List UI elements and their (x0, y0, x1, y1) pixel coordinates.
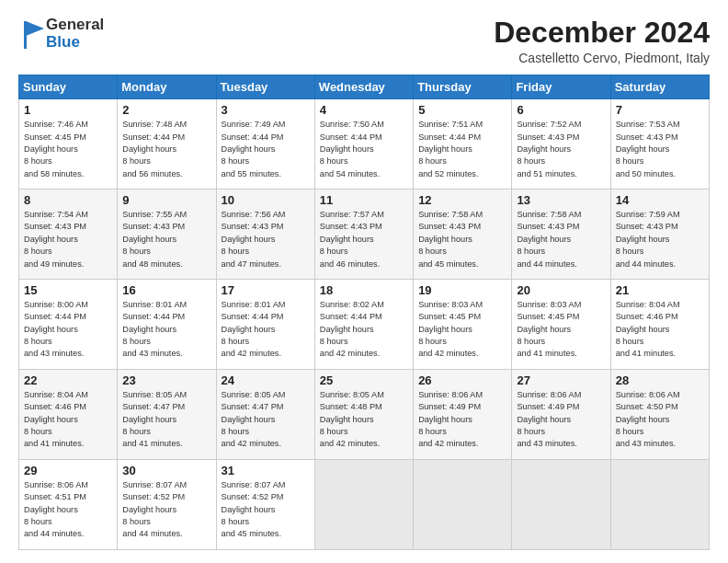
cell-info: Sunrise: 8:05 AMSunset: 4:48 PMDaylight … (320, 390, 384, 448)
page: General Blue December 2024 Castelletto C… (0, 0, 728, 563)
day-number: 23 (122, 373, 210, 387)
day-number: 19 (418, 283, 506, 297)
title-block: December 2024 Castelletto Cervo, Piedmon… (494, 17, 710, 65)
day-number: 10 (222, 193, 310, 207)
day-number: 11 (320, 193, 408, 207)
cell-info: Sunrise: 7:53 AMSunset: 4:43 PMDaylight … (616, 120, 680, 178)
calendar-cell: 13 Sunrise: 7:58 AMSunset: 4:43 PMDaylig… (512, 190, 610, 280)
calendar-cell: 31 Sunrise: 8:07 AMSunset: 4:52 PMDaylig… (216, 460, 314, 550)
cell-info: Sunrise: 7:58 AMSunset: 4:43 PMDaylight … (517, 210, 581, 268)
cell-info: Sunrise: 8:05 AMSunset: 4:47 PMDaylight … (122, 390, 187, 448)
cell-info: Sunrise: 7:58 AMSunset: 4:43 PMDaylight … (418, 210, 483, 268)
cell-info: Sunrise: 8:03 AMSunset: 4:45 PMDaylight … (418, 300, 483, 358)
cell-info: Sunrise: 7:52 AMSunset: 4:43 PMDaylight … (517, 120, 581, 178)
day-number: 3 (222, 103, 310, 117)
day-number: 25 (320, 373, 408, 387)
day-number: 13 (517, 193, 605, 207)
calendar-cell: 9 Sunrise: 7:55 AMSunset: 4:43 PMDayligh… (118, 190, 216, 280)
calendar-cell: 27 Sunrise: 8:06 AMSunset: 4:49 PMDaylig… (512, 370, 610, 460)
svg-rect-1 (24, 21, 27, 49)
week-row-4: 22 Sunrise: 8:04 AMSunset: 4:46 PMDaylig… (19, 370, 710, 460)
cell-info: Sunrise: 8:02 AMSunset: 4:44 PMDaylight … (320, 300, 384, 358)
calendar-cell: 15 Sunrise: 8:00 AMSunset: 4:44 PMDaylig… (19, 280, 118, 370)
month-title: December 2024 (494, 17, 710, 49)
header-sunday: Sunday (19, 75, 118, 99)
week-row-1: 1 Sunrise: 7:46 AMSunset: 4:45 PMDayligh… (19, 99, 710, 190)
cell-info: Sunrise: 7:46 AMSunset: 4:45 PMDaylight … (24, 120, 88, 178)
cell-info: Sunrise: 8:03 AMSunset: 4:45 PMDaylight … (517, 300, 581, 358)
day-number: 18 (320, 283, 408, 297)
location: Castelletto Cervo, Piedmont, Italy (494, 51, 710, 65)
week-row-5: 29 Sunrise: 8:06 AMSunset: 4:51 PMDaylig… (19, 460, 710, 550)
calendar-cell: 25 Sunrise: 8:05 AMSunset: 4:48 PMDaylig… (314, 370, 413, 460)
cell-info: Sunrise: 8:06 AMSunset: 4:49 PMDaylight … (418, 390, 483, 448)
day-number: 20 (517, 283, 605, 297)
calendar-cell: 14 Sunrise: 7:59 AMSunset: 4:43 PMDaylig… (610, 190, 709, 280)
header: General Blue December 2024 Castelletto C… (18, 17, 710, 65)
calendar-body: 1 Sunrise: 7:46 AMSunset: 4:45 PMDayligh… (19, 99, 710, 550)
day-number: 27 (517, 373, 605, 387)
day-number: 5 (418, 103, 506, 117)
cell-info: Sunrise: 7:51 AMSunset: 4:44 PMDaylight … (418, 120, 483, 178)
calendar-cell: 3 Sunrise: 7:49 AMSunset: 4:44 PMDayligh… (216, 99, 314, 190)
week-row-3: 15 Sunrise: 8:00 AMSunset: 4:44 PMDaylig… (19, 280, 710, 370)
calendar-cell: 17 Sunrise: 8:01 AMSunset: 4:44 PMDaylig… (216, 280, 314, 370)
logo-flag-icon (18, 17, 44, 51)
day-number: 21 (616, 283, 704, 297)
calendar-cell: 6 Sunrise: 7:52 AMSunset: 4:43 PMDayligh… (512, 99, 610, 190)
calendar-cell: 29 Sunrise: 8:06 AMSunset: 4:51 PMDaylig… (19, 460, 118, 550)
cell-info: Sunrise: 8:00 AMSunset: 4:44 PMDaylight … (24, 300, 88, 358)
calendar-cell: 28 Sunrise: 8:06 AMSunset: 4:50 PMDaylig… (610, 370, 709, 460)
day-number: 15 (24, 283, 112, 297)
calendar-cell: 26 Sunrise: 8:06 AMSunset: 4:49 PMDaylig… (414, 370, 512, 460)
cell-info: Sunrise: 8:06 AMSunset: 4:50 PMDaylight … (616, 390, 680, 448)
calendar-cell: 2 Sunrise: 7:48 AMSunset: 4:44 PMDayligh… (118, 99, 216, 190)
day-number: 2 (122, 103, 210, 117)
calendar-cell: 16 Sunrise: 8:01 AMSunset: 4:44 PMDaylig… (118, 280, 216, 370)
calendar-cell: 5 Sunrise: 7:51 AMSunset: 4:44 PMDayligh… (414, 99, 512, 190)
calendar-cell: 4 Sunrise: 7:50 AMSunset: 4:44 PMDayligh… (314, 99, 413, 190)
calendar-cell: 8 Sunrise: 7:54 AMSunset: 4:43 PMDayligh… (19, 190, 118, 280)
cell-info: Sunrise: 8:06 AMSunset: 4:51 PMDaylight … (24, 480, 88, 538)
header-saturday: Saturday (610, 75, 709, 99)
day-number: 22 (24, 373, 112, 387)
day-number: 29 (24, 464, 112, 477)
cell-info: Sunrise: 7:55 AMSunset: 4:43 PMDaylight … (122, 210, 187, 268)
header-wednesday: Wednesday (314, 75, 413, 99)
calendar-cell: 1 Sunrise: 7:46 AMSunset: 4:45 PMDayligh… (19, 99, 118, 190)
day-number: 6 (517, 103, 605, 117)
day-number: 17 (222, 283, 310, 297)
cell-info: Sunrise: 8:05 AMSunset: 4:47 PMDaylight … (222, 390, 286, 448)
logo-general: General (46, 17, 104, 34)
day-number: 12 (418, 193, 506, 207)
svg-marker-0 (26, 21, 44, 36)
calendar-cell: 18 Sunrise: 8:02 AMSunset: 4:44 PMDaylig… (314, 280, 413, 370)
cell-info: Sunrise: 8:07 AMSunset: 4:52 PMDaylight … (122, 480, 187, 538)
calendar-cell (314, 460, 413, 550)
day-number: 30 (122, 464, 210, 477)
day-number: 28 (616, 373, 704, 387)
logo-blue: Blue (46, 34, 104, 52)
cell-info: Sunrise: 7:59 AMSunset: 4:43 PMDaylight … (616, 210, 680, 268)
calendar-cell: 7 Sunrise: 7:53 AMSunset: 4:43 PMDayligh… (610, 99, 709, 190)
calendar-cell: 21 Sunrise: 8:04 AMSunset: 4:46 PMDaylig… (610, 280, 709, 370)
calendar-cell: 11 Sunrise: 7:57 AMSunset: 4:43 PMDaylig… (314, 190, 413, 280)
cell-info: Sunrise: 8:07 AMSunset: 4:52 PMDaylight … (222, 480, 286, 538)
calendar-cell: 20 Sunrise: 8:03 AMSunset: 4:45 PMDaylig… (512, 280, 610, 370)
header-friday: Friday (512, 75, 610, 99)
cell-info: Sunrise: 8:04 AMSunset: 4:46 PMDaylight … (24, 390, 88, 448)
logo: General Blue (18, 17, 104, 51)
calendar-cell: 22 Sunrise: 8:04 AMSunset: 4:46 PMDaylig… (19, 370, 118, 460)
calendar-cell: 12 Sunrise: 7:58 AMSunset: 4:43 PMDaylig… (414, 190, 512, 280)
header-monday: Monday (118, 75, 216, 99)
day-number: 7 (616, 103, 704, 117)
cell-info: Sunrise: 7:57 AMSunset: 4:43 PMDaylight … (320, 210, 384, 268)
calendar-cell (512, 460, 610, 550)
day-number: 24 (222, 373, 310, 387)
week-row-2: 8 Sunrise: 7:54 AMSunset: 4:43 PMDayligh… (19, 190, 710, 280)
cell-info: Sunrise: 8:06 AMSunset: 4:49 PMDaylight … (517, 390, 581, 448)
calendar-cell (414, 460, 512, 550)
cell-info: Sunrise: 8:01 AMSunset: 4:44 PMDaylight … (122, 300, 187, 358)
cell-info: Sunrise: 7:54 AMSunset: 4:43 PMDaylight … (24, 210, 88, 268)
calendar-table: SundayMondayTuesdayWednesdayThursdayFrid… (18, 75, 710, 550)
